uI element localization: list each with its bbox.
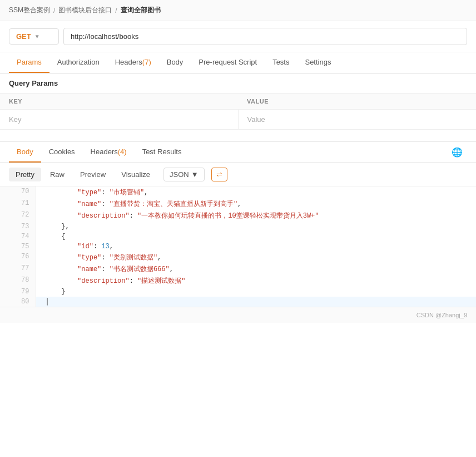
json-line-74: 74 { [0,232,476,242]
tab-tests[interactable]: Tests [265,52,297,73]
breadcrumb-current: 查询全部图书 [121,6,161,15]
line-num-80: 80 [0,297,36,307]
response-tab-cookies[interactable]: Cookies [41,142,83,163]
line-content-71: "name": "直播带货：淘宝、天猫直播从新手到高手", [36,198,476,210]
response-tab-headers[interactable]: Headers(4) [83,142,135,163]
line-content-72: "description": "一本教你如何玩转直播的书，10堂课轻松实现带货月… [36,210,476,222]
line-content-80: │ [36,297,476,307]
json-type-label: JSON [170,170,189,179]
breadcrumb-sep-1: / [53,7,55,14]
line-num-70: 70 [0,186,36,198]
line-content-73: }, [36,222,476,232]
line-num-73: 73 [0,222,36,232]
col-key: KEY [0,94,238,110]
format-raw-button[interactable]: Raw [43,168,71,181]
request-tabs: Params Authorization Headers(7) Body Pre… [0,52,476,73]
method-select[interactable]: GET ▼ [9,28,59,45]
params-table: KEY VALUE Key Value [0,94,476,130]
response-tab-test-results[interactable]: Test Results [135,142,190,163]
line-num-78: 78 [0,275,36,287]
breadcrumb: SSM整合案例 / 图书模块后台接口 / 查询全部图书 [0,0,476,21]
wrap-button[interactable]: ⇌ [211,168,227,181]
table-row: Key Value [0,110,476,130]
method-label: GET [16,32,31,41]
line-content-70: "type": "市场营销", [36,186,476,198]
json-line-77: 77 "name": "书名测试数据666", [0,263,476,275]
tab-authorization[interactable]: Authorization [49,52,107,73]
tab-headers[interactable]: Headers(7) [107,52,159,73]
json-line-71: 71 "name": "直播带货：淘宝、天猫直播从新手到高手", [0,198,476,210]
format-pretty-button[interactable]: Pretty [9,168,41,181]
tab-params[interactable]: Params [9,52,49,73]
line-num-77: 77 [0,263,36,275]
method-chevron-icon: ▼ [34,33,40,40]
json-line-73: 73 }, [0,222,476,232]
response-section: Body Cookies Headers(4) Test Results 🌐 P… [0,141,476,307]
json-line-80: 80 │ [0,297,476,307]
line-num-75: 75 [0,242,36,252]
wrap-icon: ⇌ [216,170,222,179]
line-content-75: "id": 13, [36,242,476,252]
response-tab-body[interactable]: Body [9,142,41,163]
footer-label: CSDN @Zhangj_9 [416,312,467,318]
line-content-76: "type": "类别测试数据", [36,252,476,263]
format-visualize-button[interactable]: Visualize [115,168,157,181]
line-num-74: 74 [0,232,36,242]
url-input[interactable] [63,28,467,45]
response-tabs: Body Cookies Headers(4) Test Results 🌐 [0,142,476,163]
json-line-75: 75 "id": 13, [0,242,476,252]
format-bar: Pretty Raw Preview Visualize JSON ▼ ⇌ [0,163,476,186]
line-num-72: 72 [0,210,36,222]
json-line-79: 79 } [0,287,476,297]
line-content-78: "description": "描述测试数据" [36,275,476,287]
json-area: 70 "type": "市场营销", 71 "name": "直播带货：淘宝、天… [0,186,476,307]
line-content-79: } [36,287,476,297]
key-cell[interactable]: Key [0,110,238,130]
footer: CSDN @Zhangj_9 [0,307,476,323]
line-num-79: 79 [0,287,36,297]
tab-body[interactable]: Body [159,52,191,73]
json-line-70: 70 "type": "市场营销", [0,186,476,198]
query-params-label: Query Params [0,73,476,94]
json-type-select[interactable]: JSON ▼ [163,168,205,181]
breadcrumb-item-2[interactable]: 图书模块后台接口 [58,6,112,15]
value-cell[interactable]: Value [238,110,476,130]
json-lines: 70 "type": "市场营销", 71 "name": "直播带货：淘宝、天… [0,186,476,307]
json-line-78: 78 "description": "描述测试数据" [0,275,476,287]
json-line-72: 72 "description": "一本教你如何玩转直播的书，10堂课轻松实现… [0,210,476,222]
col-value: VALUE [238,94,476,110]
tab-pre-request-script[interactable]: Pre-request Script [191,52,265,73]
line-num-71: 71 [0,198,36,210]
line-num-76: 76 [0,252,36,263]
globe-icon[interactable]: 🌐 [447,142,467,162]
json-line-76: 76 "type": "类别测试数据", [0,252,476,263]
url-bar: GET ▼ [0,21,476,52]
line-content-74: { [36,232,476,242]
breadcrumb-sep-2: / [115,7,117,14]
json-type-chevron-icon: ▼ [191,170,199,179]
line-content-77: "name": "书名测试数据666", [36,263,476,275]
format-preview-button[interactable]: Preview [73,168,112,181]
tab-settings[interactable]: Settings [297,52,339,73]
breadcrumb-item-1[interactable]: SSM整合案例 [9,6,50,15]
